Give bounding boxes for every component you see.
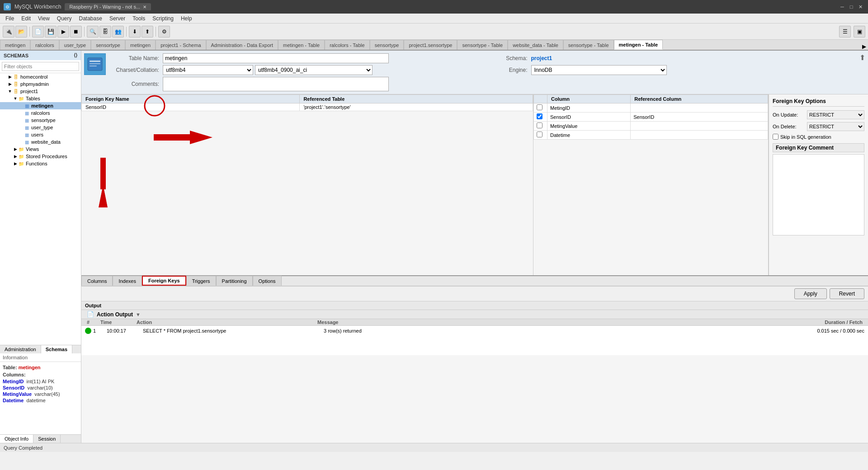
fk-comment-area[interactable] xyxy=(773,154,864,235)
sidebar-tab-administration[interactable]: Administration xyxy=(0,345,41,353)
toolbar-sql-file[interactable]: 📄 xyxy=(32,26,44,38)
col-checkbox[interactable] xyxy=(537,132,542,137)
apply-button[interactable]: Apply xyxy=(794,288,827,299)
toolbar-save[interactable]: 💾 xyxy=(45,26,57,38)
close-btn[interactable]: ✕ xyxy=(856,3,864,11)
toolbar-open[interactable]: 📂 xyxy=(15,26,27,38)
toolbar-execute[interactable]: ▶ xyxy=(57,26,69,38)
tab-close-icon[interactable]: ✕ xyxy=(143,5,146,9)
revert-button[interactable]: Revert xyxy=(830,288,864,299)
doc-tab-metingen2[interactable]: metingen xyxy=(125,40,156,50)
skip-sql-checkbox[interactable] xyxy=(773,134,778,140)
tab-partitioning[interactable]: Partitioning xyxy=(216,276,253,286)
sidebar-item-views[interactable]: ▶ 📁 Views xyxy=(0,146,81,153)
sidebar-item-metingen[interactable]: ▦ metingen xyxy=(0,102,81,109)
menu-scripting[interactable]: Scripting xyxy=(149,14,177,24)
col-check-cell[interactable] xyxy=(534,131,547,140)
doc-tab-ralcolors[interactable]: ralcolors xyxy=(30,40,59,50)
doc-tab-sensortype-table1[interactable]: sensortype - Table xyxy=(457,40,508,50)
doc-tab-scroll[interactable]: ▶ xyxy=(860,43,868,50)
doc-tab-admin-export[interactable]: Administration - Data Export xyxy=(206,40,278,50)
svg-rect-3 xyxy=(90,66,97,66)
menu-file[interactable]: File xyxy=(2,14,18,24)
toolbar-toggle-sidebar[interactable]: ☰ xyxy=(839,26,851,38)
menu-edit[interactable]: Edit xyxy=(18,14,34,24)
menu-query[interactable]: Query xyxy=(53,14,75,24)
doc-tab-metingen1[interactable]: metingen xyxy=(0,40,30,50)
sidebar-item-user-type[interactable]: ▦ user_type xyxy=(0,124,81,131)
collation-select[interactable]: utf8mb4_0900_ai_ci xyxy=(255,65,373,75)
toolbar-stop[interactable]: ⏹ xyxy=(70,26,82,38)
tab-indexes[interactable]: Indexes xyxy=(113,276,142,286)
menu-server[interactable]: Server xyxy=(106,14,129,24)
doc-tab-metingen-table2[interactable]: metingen - Table xyxy=(614,40,663,50)
col-check-cell[interactable] xyxy=(534,103,547,113)
sidebar-item-tables-folder[interactable]: ▼ 📁 Tables xyxy=(0,95,81,102)
sidebar-obj-tab-session[interactable]: Session xyxy=(33,435,61,443)
tab-columns[interactable]: Columns xyxy=(81,276,113,286)
table-name-input[interactable] xyxy=(163,53,389,63)
sidebar-item-website-data[interactable]: ▦ website_data xyxy=(0,138,81,146)
menu-help[interactable]: Help xyxy=(177,14,196,24)
toolbar-export[interactable]: ⬆ xyxy=(142,26,153,38)
doc-tab-website-data-table[interactable]: website_data - Table xyxy=(508,40,563,50)
sidebar-item-ralcolors[interactable]: ▦ ralcolors xyxy=(0,109,81,117)
output-dropdown-icon[interactable]: ▼ xyxy=(136,312,141,317)
toolbar-settings[interactable]: ⚙ xyxy=(158,26,170,38)
menu-database[interactable]: Database xyxy=(75,14,106,24)
sidebar-collapse-icon[interactable]: ⟨⟩ xyxy=(74,52,77,58)
maximize-btn[interactable]: □ xyxy=(847,3,855,11)
fk-on-delete-select[interactable]: RESTRICT CASCADE SET NULL NO ACTION xyxy=(807,122,864,131)
toolbar-separator-3 xyxy=(126,27,127,37)
toolbar-import[interactable]: ⬇ xyxy=(129,26,141,38)
sidebar-item-phpmyadmin[interactable]: ▶ 🗄 phpmyadmin xyxy=(0,80,81,88)
toolbar-inspector[interactable]: 🔍 xyxy=(87,26,99,38)
fk-options-title: Foreign Key Options xyxy=(773,98,864,107)
comments-input[interactable] xyxy=(163,77,389,91)
doc-tab-sensortype-table2[interactable]: sensortype - Table xyxy=(563,40,614,50)
table-row[interactable]: SensorID 'project1'.'sensortype' xyxy=(82,103,533,111)
charset-select[interactable]: utf8mb4 xyxy=(163,65,253,75)
menu-view[interactable]: View xyxy=(34,14,53,24)
col-checkbox[interactable] xyxy=(537,113,542,119)
fk-on-update-select[interactable]: RESTRICT CASCADE SET NULL NO ACTION xyxy=(807,110,864,119)
toolbar-new-connection[interactable]: 🔌 xyxy=(3,26,14,38)
sidebar-item-users[interactable]: ▦ users xyxy=(0,131,81,138)
sidebar-obj-tab-info[interactable]: Object Info xyxy=(0,435,33,443)
menu-tools[interactable]: Tools xyxy=(129,14,149,24)
col-checkbox[interactable] xyxy=(537,104,542,110)
tree-arrow: ▼ xyxy=(7,89,13,94)
toolbar-schema[interactable]: 🗄 xyxy=(99,26,111,38)
doc-tab-project1-sensortype[interactable]: project1.sensortype xyxy=(404,40,457,50)
doc-tab-project1-schema[interactable]: project1 - Schema xyxy=(156,40,206,50)
doc-tab-ralcolors-table[interactable]: ralcolors - Table xyxy=(325,40,369,50)
col-check-cell[interactable] xyxy=(534,122,547,131)
doc-tab-sensortype1[interactable]: sensortype xyxy=(91,40,125,50)
schema-search xyxy=(0,60,81,73)
title-tab[interactable]: Raspberry Pi - Warning - not s... ✕ xyxy=(65,3,151,10)
doc-tab-metingen-table[interactable]: metingen - Table xyxy=(278,40,325,50)
sidebar-item-project1[interactable]: ▼ 🗄 project1 xyxy=(0,88,81,95)
sidebar-item-functions[interactable]: ▶ 📁 Functions xyxy=(0,160,81,167)
doc-tab-user-type[interactable]: user_type xyxy=(59,40,91,50)
tab-triggers[interactable]: Triggers xyxy=(186,276,216,286)
output-header-time: Time xyxy=(100,320,137,325)
col-checkbox[interactable] xyxy=(537,122,542,128)
sidebar-tab-schemas[interactable]: Schemas xyxy=(41,345,72,353)
toolbar-toggle-output[interactable]: ▣ xyxy=(854,26,865,38)
output-action-header: 📄 Action Output ▼ xyxy=(81,310,868,319)
tab-options[interactable]: Options xyxy=(253,276,282,286)
search-input[interactable] xyxy=(2,62,79,71)
doc-tab-sensortype2[interactable]: sensortype xyxy=(370,40,404,50)
collapse-btn[interactable]: ⬆ xyxy=(859,53,865,62)
minimize-btn[interactable]: ─ xyxy=(838,3,846,11)
toolbar-users[interactable]: 👥 xyxy=(112,26,124,38)
table-icon: ▦ xyxy=(24,139,30,145)
sidebar-item-stored-procedures[interactable]: ▶ 📁 Stored Procedures xyxy=(0,153,81,160)
engine-select[interactable]: InnoDB xyxy=(531,65,667,75)
tab-title: Raspberry Pi - Warning - not s... xyxy=(69,4,140,9)
col-check-cell[interactable] xyxy=(534,113,547,122)
tab-foreign-keys[interactable]: Foreign Keys xyxy=(142,276,186,286)
sidebar-item-sensortype[interactable]: ▦ sensortype xyxy=(0,117,81,124)
sidebar-item-homecontrol[interactable]: ▶ 🗄 homecontrol xyxy=(0,73,81,80)
